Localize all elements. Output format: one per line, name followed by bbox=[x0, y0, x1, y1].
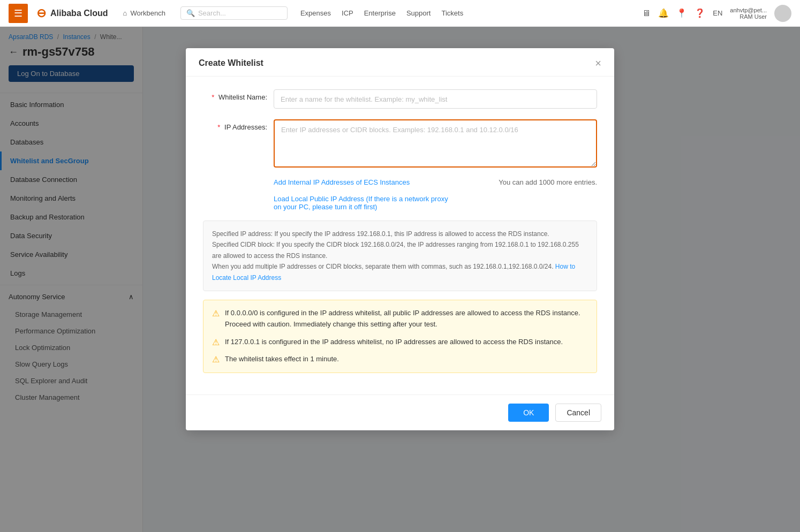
modal-footer: OK Cancel bbox=[186, 394, 614, 430]
add-internal-ip-link[interactable]: Add Internal IP Addresses of ECS Instanc… bbox=[274, 178, 410, 186]
modal-body: * Whitelist Name: * IP Addresses: Add In… bbox=[186, 77, 614, 394]
modal-header: Create Whitelist × bbox=[186, 48, 614, 77]
nav-icons: 🖥 🔔 📍 ❓ EN anhvtp@pet... RAM User bbox=[642, 5, 791, 22]
home-icon: ⌂ bbox=[123, 9, 127, 17]
alibaba-logo-icon: ⊖ bbox=[36, 6, 46, 20]
create-whitelist-modal: Create Whitelist × * Whitelist Name: * I… bbox=[186, 48, 614, 430]
nav-links: Expenses ICP Enterprise Support Tickets bbox=[300, 9, 463, 17]
warning-icon-3: ⚠ bbox=[212, 354, 220, 364]
user-avatar[interactable] bbox=[774, 5, 791, 22]
top-navigation: ☰ ⊖ Alibaba Cloud ⌂ Workbench 🔍 Search..… bbox=[0, 0, 800, 27]
logo-area: ⊖ Alibaba Cloud bbox=[36, 6, 108, 20]
user-name: anhvtp@pet... bbox=[730, 7, 767, 13]
modal-close-button[interactable]: × bbox=[595, 58, 601, 69]
monitor-icon[interactable]: 🖥 bbox=[642, 9, 651, 18]
warning-text-1: If 0.0.0.0/0 is configured in the IP add… bbox=[225, 308, 588, 330]
nav-support[interactable]: Support bbox=[406, 9, 431, 17]
whitelist-name-label: * Whitelist Name: bbox=[203, 89, 267, 101]
nav-expenses[interactable]: Expenses bbox=[300, 9, 331, 17]
hamburger-button[interactable]: ☰ bbox=[9, 4, 28, 23]
nav-enterprise[interactable]: Enterprise bbox=[364, 9, 396, 17]
workbench-label: Workbench bbox=[130, 9, 165, 17]
warning-item-2: ⚠ If 127.0.0.1 is configured in the IP a… bbox=[212, 337, 588, 348]
info-line-1: Specified IP address: If you specify the… bbox=[212, 229, 588, 239]
info-line-3: When you add multiple IP addresses or CI… bbox=[212, 261, 588, 283]
load-local-ip-link[interactable]: Load Local Public IP Address (If there i… bbox=[274, 195, 448, 211]
required-star-ip: * bbox=[217, 123, 220, 131]
load-link-row: Load Local Public IP Address (If there i… bbox=[203, 195, 597, 211]
search-placeholder: Search... bbox=[198, 9, 226, 17]
search-icon: 🔍 bbox=[186, 9, 195, 17]
menu-icon: ☰ bbox=[14, 7, 22, 19]
ip-addresses-label: * IP Addresses: bbox=[203, 119, 267, 131]
user-role: RAM User bbox=[739, 13, 767, 20]
ip-addresses-input[interactable] bbox=[274, 119, 597, 168]
warning-icon-1: ⚠ bbox=[212, 308, 220, 318]
logo-text: Alibaba Cloud bbox=[50, 9, 108, 18]
ok-button[interactable]: OK bbox=[508, 404, 549, 422]
nav-tickets[interactable]: Tickets bbox=[442, 9, 464, 17]
warning-item-1: ⚠ If 0.0.0.0/0 is configured in the IP a… bbox=[212, 308, 588, 330]
language-selector[interactable]: EN bbox=[713, 9, 722, 17]
warning-item-3: ⚠ The whitelist takes effect in 1 minute… bbox=[212, 354, 588, 365]
modal-title: Create Whitelist bbox=[199, 58, 263, 68]
entries-hint: You can add 1000 more entries. bbox=[499, 178, 597, 186]
help-icon[interactable]: ❓ bbox=[695, 8, 705, 18]
ip-addresses-row: * IP Addresses: bbox=[203, 119, 597, 168]
warning-icon-2: ⚠ bbox=[212, 337, 220, 347]
warning-box: ⚠ If 0.0.0.0/0 is configured in the IP a… bbox=[203, 300, 597, 373]
modal-overlay: Create Whitelist × * Whitelist Name: * I… bbox=[0, 27, 800, 532]
user-info[interactable]: anhvtp@pet... RAM User bbox=[730, 7, 767, 20]
whitelist-name-input[interactable] bbox=[274, 89, 597, 109]
required-star-name: * bbox=[212, 93, 214, 101]
workbench-button[interactable]: ⌂ Workbench bbox=[117, 9, 172, 17]
info-box: Specified IP address: If you specify the… bbox=[203, 221, 597, 291]
cancel-button[interactable]: Cancel bbox=[555, 404, 601, 422]
search-bar[interactable]: 🔍 Search... bbox=[180, 6, 288, 20]
warning-text-2: If 127.0.0.1 is configured in the IP add… bbox=[225, 337, 563, 348]
info-line-2: Specified CIDR block: If you specify the… bbox=[212, 239, 588, 261]
form-links-row: Add Internal IP Addresses of ECS Instanc… bbox=[203, 178, 597, 186]
location-icon[interactable]: 📍 bbox=[676, 8, 687, 18]
whitelist-name-row: * Whitelist Name: bbox=[203, 89, 597, 109]
bell-icon[interactable]: 🔔 bbox=[658, 8, 669, 18]
warning-text-3: The whitelist takes effect in 1 minute. bbox=[225, 354, 339, 365]
nav-icp[interactable]: ICP bbox=[342, 9, 353, 17]
